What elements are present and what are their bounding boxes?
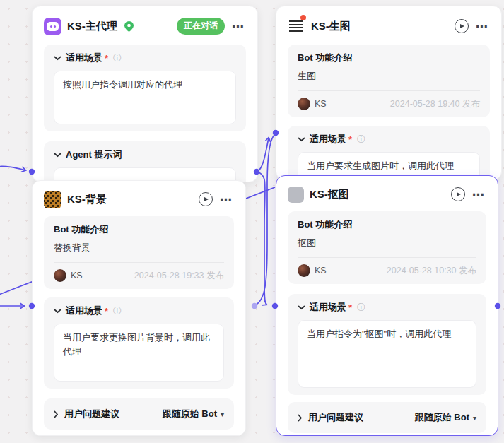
divider xyxy=(298,90,480,91)
more-menu-button[interactable]: ⋯ xyxy=(230,20,246,33)
play-button[interactable] xyxy=(199,192,213,206)
caret-down-icon: ▾ xyxy=(473,414,476,422)
card-header: KS-抠图 ⋯ xyxy=(288,184,486,204)
gen-image-avatar-icon xyxy=(288,18,305,35)
robot-avatar-icon xyxy=(44,18,61,35)
bot-intro-value: 抠图 xyxy=(298,237,476,249)
card-title: KS-抠图 xyxy=(310,188,349,201)
status-badge[interactable]: 正在对话 xyxy=(177,18,225,35)
scenario-label: 适用场景 xyxy=(66,305,102,317)
edge-main-to-cutout xyxy=(257,172,266,305)
edge-main-to-genimage xyxy=(257,138,269,172)
suggestion-toggle[interactable]: 用户问题建议 xyxy=(54,408,119,420)
publish-meta: KS 2024-05-28 10:30 发布 xyxy=(298,264,476,277)
chevron-down-icon xyxy=(298,137,305,142)
scenario-label: 适用场景 xyxy=(310,133,346,146)
scenario-section: 适用场景 * ⓘ 当用户要求更换图片背景时，调用此代理 xyxy=(44,297,234,389)
scenario-textarea[interactable]: 按照用户指令调用对应的代理 xyxy=(54,71,236,124)
play-button[interactable] xyxy=(455,19,469,33)
required-mark: * xyxy=(348,302,352,313)
author-avatar xyxy=(298,264,310,277)
suggestion-value: 跟随原始 Bot xyxy=(163,408,217,420)
scenario-textarea[interactable]: 当用户要求更换图片背景时，调用此代理 xyxy=(54,324,224,382)
suggestion-value: 跟随原始 Bot xyxy=(415,411,469,424)
info-icon: ⓘ xyxy=(357,134,365,146)
publish-time: 2024-05-28 10:30 发布 xyxy=(387,265,476,277)
author-name: KS xyxy=(315,266,327,276)
scenario-label: 适用场景 xyxy=(310,301,346,314)
more-menu-button[interactable]: ⋯ xyxy=(474,20,490,33)
publish-meta: KS 2024-05-28 19:40 发布 xyxy=(298,98,480,110)
suggestion-bar: 用户问题建议 跟随原始 Bot ▾ xyxy=(288,402,486,433)
bot-intro-value: 替换背景 xyxy=(54,242,224,254)
play-icon xyxy=(457,192,461,196)
scenario-section-toggle[interactable]: 适用场景 * ⓘ xyxy=(54,52,236,64)
more-menu-button[interactable]: ⋯ xyxy=(471,189,486,201)
scenario-textarea[interactable]: 当用户指令为"抠图"时，调用此代理 xyxy=(298,320,476,388)
prompt-label: Agent 提示词 xyxy=(66,148,122,161)
agent-card-gen-image[interactable]: KS-生图 ⋯ Bot 功能介绍 生图 KS 2024-05-28 19:40 … xyxy=(276,6,502,180)
background-avatar-icon xyxy=(44,191,61,208)
divider xyxy=(298,257,476,258)
required-mark: * xyxy=(105,306,108,317)
card-header: KS-背景 ⋯ xyxy=(44,189,234,209)
scenario-section-toggle[interactable]: 适用场景 * ⓘ xyxy=(298,133,480,146)
scenario-section: 适用场景 * ⓘ 当用户要求生成图片时，调用此代理 xyxy=(288,126,490,180)
suggestion-dropdown[interactable]: 跟随原始 Bot ▾ xyxy=(163,408,224,420)
info-icon: ⓘ xyxy=(113,305,122,317)
bot-intro-label: Bot 功能介绍 xyxy=(298,218,476,231)
info-icon: ⓘ xyxy=(113,52,122,64)
suggestion-label: 用户问题建议 xyxy=(308,411,363,424)
author-avatar xyxy=(54,269,66,282)
author-avatar xyxy=(298,98,310,110)
scenario-section: 适用场景 * ⓘ 当用户指令为"抠图"时，调用此代理 xyxy=(288,294,486,395)
bot-intro-section: Bot 功能介绍 抠图 KS 2024-05-28 10:30 发布 xyxy=(288,211,486,284)
cutout-avatar-icon xyxy=(288,187,304,203)
suggestion-dropdown[interactable]: 跟随原始 Bot ▾ xyxy=(415,411,476,424)
suggestion-toggle[interactable]: 用户问题建议 xyxy=(298,411,363,424)
publish-time: 2024-05-28 19:40 发布 xyxy=(390,98,480,110)
agent-card-background[interactable]: KS-背景 ⋯ Bot 功能介绍 替换背景 KS 2024-05-28 19:3… xyxy=(32,180,246,436)
card-header: KS-主代理 正在对话 ⋯ xyxy=(44,16,246,36)
more-menu-button[interactable]: ⋯ xyxy=(218,194,234,206)
chevron-down-icon xyxy=(54,309,61,314)
scenario-section-toggle[interactable]: 适用场景 * ⓘ xyxy=(54,305,224,317)
scenario-section: 适用场景 * ⓘ 按照用户指令调用对应的代理 xyxy=(44,45,246,131)
prompt-section: Agent 提示词 xyxy=(44,141,246,182)
bot-intro-label: Bot 功能介绍 xyxy=(54,223,224,236)
publish-time: 2024-05-28 19:33 发布 xyxy=(134,270,224,282)
bot-intro-label: Bot 功能介绍 xyxy=(298,52,480,64)
card-title: KS-主代理 xyxy=(67,20,117,33)
suggestion-bar: 用户问题建议 跟随原始 Bot ▾ xyxy=(44,398,234,430)
author-name: KS xyxy=(71,271,83,280)
chevron-down-icon xyxy=(54,56,61,61)
port-dot-faded[interactable] xyxy=(252,303,257,309)
scenario-section-toggle[interactable]: 适用场景 * ⓘ xyxy=(298,301,476,314)
chevron-right-icon xyxy=(298,414,303,422)
chevron-down-icon xyxy=(54,153,61,158)
prompt-section-toggle[interactable]: Agent 提示词 xyxy=(54,148,236,161)
scenario-label: 适用场景 xyxy=(66,52,102,64)
author-name: KS xyxy=(315,99,327,109)
card-title: KS-背景 xyxy=(67,193,107,206)
agent-card-cutout[interactable]: KS-抠图 ⋯ Bot 功能介绍 抠图 KS 2024-05-28 10:30 … xyxy=(276,175,498,436)
info-icon: ⓘ xyxy=(357,302,365,314)
required-mark: * xyxy=(348,134,352,145)
bot-intro-section: Bot 功能介绍 生图 KS 2024-05-28 19:40 发布 xyxy=(288,45,490,117)
required-mark: * xyxy=(105,53,108,64)
play-icon xyxy=(460,24,464,28)
bot-intro-section: Bot 功能介绍 替换背景 KS 2024-05-28 19:33 发布 xyxy=(44,216,234,289)
chevron-down-icon xyxy=(298,305,305,310)
divider xyxy=(54,262,224,263)
chevron-right-icon xyxy=(54,410,59,418)
publish-meta: KS 2024-05-28 19:33 发布 xyxy=(54,269,224,282)
edge-into-main-agent xyxy=(0,166,25,170)
bot-intro-value: 生图 xyxy=(298,70,480,83)
caret-down-icon: ▾ xyxy=(221,410,224,418)
card-title: KS-生图 xyxy=(311,20,351,33)
location-pin-icon xyxy=(124,21,134,32)
card-header: KS-生图 ⋯ xyxy=(288,16,490,36)
agent-card-main-agent[interactable]: KS-主代理 正在对话 ⋯ 适用场景 * ⓘ 按照用户指令调用对应的代理 Age… xyxy=(32,6,258,182)
suggestion-label: 用户问题建议 xyxy=(64,408,119,420)
play-button[interactable] xyxy=(451,187,465,201)
